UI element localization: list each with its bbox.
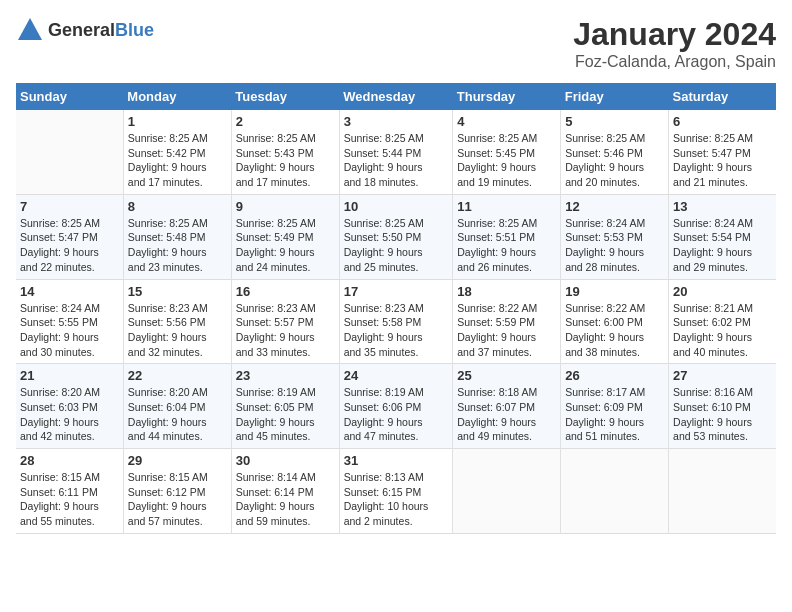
day-number: 11: [457, 199, 556, 214]
day-cell: 20Sunrise: 8:21 AMSunset: 6:02 PMDayligh…: [669, 279, 776, 364]
day-number: 22: [128, 368, 227, 383]
day-number: 30: [236, 453, 335, 468]
day-cell: 29Sunrise: 8:15 AMSunset: 6:12 PMDayligh…: [123, 449, 231, 534]
day-info: Sunrise: 8:24 AMSunset: 5:53 PMDaylight:…: [565, 216, 664, 275]
week-row-4: 21Sunrise: 8:20 AMSunset: 6:03 PMDayligh…: [16, 364, 776, 449]
day-info: Sunrise: 8:21 AMSunset: 6:02 PMDaylight:…: [673, 301, 772, 360]
day-info: Sunrise: 8:25 AMSunset: 5:49 PMDaylight:…: [236, 216, 335, 275]
day-info: Sunrise: 8:22 AMSunset: 6:00 PMDaylight:…: [565, 301, 664, 360]
day-info: Sunrise: 8:15 AMSunset: 6:11 PMDaylight:…: [20, 470, 119, 529]
day-cell: 26Sunrise: 8:17 AMSunset: 6:09 PMDayligh…: [561, 364, 669, 449]
day-cell: 8Sunrise: 8:25 AMSunset: 5:48 PMDaylight…: [123, 194, 231, 279]
day-cell: 5Sunrise: 8:25 AMSunset: 5:46 PMDaylight…: [561, 110, 669, 194]
day-info: Sunrise: 8:23 AMSunset: 5:57 PMDaylight:…: [236, 301, 335, 360]
day-info: Sunrise: 8:25 AMSunset: 5:42 PMDaylight:…: [128, 131, 227, 190]
day-number: 28: [20, 453, 119, 468]
day-cell: 2Sunrise: 8:25 AMSunset: 5:43 PMDaylight…: [231, 110, 339, 194]
day-number: 16: [236, 284, 335, 299]
day-info: Sunrise: 8:14 AMSunset: 6:14 PMDaylight:…: [236, 470, 335, 529]
day-cell: 22Sunrise: 8:20 AMSunset: 6:04 PMDayligh…: [123, 364, 231, 449]
day-number: 17: [344, 284, 449, 299]
day-cell: 3Sunrise: 8:25 AMSunset: 5:44 PMDaylight…: [339, 110, 453, 194]
day-info: Sunrise: 8:20 AMSunset: 6:03 PMDaylight:…: [20, 385, 119, 444]
day-info: Sunrise: 8:20 AMSunset: 6:04 PMDaylight:…: [128, 385, 227, 444]
day-number: 20: [673, 284, 772, 299]
day-info: Sunrise: 8:25 AMSunset: 5:50 PMDaylight:…: [344, 216, 449, 275]
day-info: Sunrise: 8:19 AMSunset: 6:06 PMDaylight:…: [344, 385, 449, 444]
day-info: Sunrise: 8:24 AMSunset: 5:55 PMDaylight:…: [20, 301, 119, 360]
title-section: January 2024 Foz-Calanda, Aragon, Spain: [573, 16, 776, 71]
day-number: 21: [20, 368, 119, 383]
main-title: January 2024: [573, 16, 776, 53]
day-info: Sunrise: 8:16 AMSunset: 6:10 PMDaylight:…: [673, 385, 772, 444]
day-info: Sunrise: 8:25 AMSunset: 5:51 PMDaylight:…: [457, 216, 556, 275]
header-row: SundayMondayTuesdayWednesdayThursdayFrid…: [16, 83, 776, 110]
day-cell: 25Sunrise: 8:18 AMSunset: 6:07 PMDayligh…: [453, 364, 561, 449]
calendar-table: SundayMondayTuesdayWednesdayThursdayFrid…: [16, 83, 776, 534]
col-header-thursday: Thursday: [453, 83, 561, 110]
day-cell: [453, 449, 561, 534]
logo-general: General: [48, 20, 115, 40]
day-info: Sunrise: 8:23 AMSunset: 5:56 PMDaylight:…: [128, 301, 227, 360]
day-number: 25: [457, 368, 556, 383]
day-cell: 6Sunrise: 8:25 AMSunset: 5:47 PMDaylight…: [669, 110, 776, 194]
day-info: Sunrise: 8:19 AMSunset: 6:05 PMDaylight:…: [236, 385, 335, 444]
day-cell: 15Sunrise: 8:23 AMSunset: 5:56 PMDayligh…: [123, 279, 231, 364]
day-cell: 21Sunrise: 8:20 AMSunset: 6:03 PMDayligh…: [16, 364, 123, 449]
day-info: Sunrise: 8:25 AMSunset: 5:45 PMDaylight:…: [457, 131, 556, 190]
day-number: 12: [565, 199, 664, 214]
col-header-sunday: Sunday: [16, 83, 123, 110]
day-cell: 31Sunrise: 8:13 AMSunset: 6:15 PMDayligh…: [339, 449, 453, 534]
day-info: Sunrise: 8:23 AMSunset: 5:58 PMDaylight:…: [344, 301, 449, 360]
day-info: Sunrise: 8:17 AMSunset: 6:09 PMDaylight:…: [565, 385, 664, 444]
day-info: Sunrise: 8:25 AMSunset: 5:47 PMDaylight:…: [673, 131, 772, 190]
day-cell: 11Sunrise: 8:25 AMSunset: 5:51 PMDayligh…: [453, 194, 561, 279]
day-number: 26: [565, 368, 664, 383]
day-number: 15: [128, 284, 227, 299]
day-number: 5: [565, 114, 664, 129]
day-cell: 12Sunrise: 8:24 AMSunset: 5:53 PMDayligh…: [561, 194, 669, 279]
day-cell: 1Sunrise: 8:25 AMSunset: 5:42 PMDaylight…: [123, 110, 231, 194]
day-info: Sunrise: 8:25 AMSunset: 5:48 PMDaylight:…: [128, 216, 227, 275]
day-number: 19: [565, 284, 664, 299]
day-number: 9: [236, 199, 335, 214]
day-number: 4: [457, 114, 556, 129]
day-number: 14: [20, 284, 119, 299]
day-cell: [16, 110, 123, 194]
day-cell: 27Sunrise: 8:16 AMSunset: 6:10 PMDayligh…: [669, 364, 776, 449]
svg-marker-0: [18, 18, 42, 40]
day-cell: 30Sunrise: 8:14 AMSunset: 6:14 PMDayligh…: [231, 449, 339, 534]
day-number: 24: [344, 368, 449, 383]
day-cell: 24Sunrise: 8:19 AMSunset: 6:06 PMDayligh…: [339, 364, 453, 449]
day-number: 18: [457, 284, 556, 299]
day-info: Sunrise: 8:25 AMSunset: 5:44 PMDaylight:…: [344, 131, 449, 190]
day-number: 13: [673, 199, 772, 214]
day-number: 27: [673, 368, 772, 383]
day-number: 23: [236, 368, 335, 383]
logo-text: GeneralBlue: [48, 20, 154, 41]
day-number: 29: [128, 453, 227, 468]
day-cell: 7Sunrise: 8:25 AMSunset: 5:47 PMDaylight…: [16, 194, 123, 279]
day-cell: 28Sunrise: 8:15 AMSunset: 6:11 PMDayligh…: [16, 449, 123, 534]
day-info: Sunrise: 8:25 AMSunset: 5:43 PMDaylight:…: [236, 131, 335, 190]
day-cell: 23Sunrise: 8:19 AMSunset: 6:05 PMDayligh…: [231, 364, 339, 449]
day-cell: [561, 449, 669, 534]
day-info: Sunrise: 8:15 AMSunset: 6:12 PMDaylight:…: [128, 470, 227, 529]
day-number: 6: [673, 114, 772, 129]
day-number: 3: [344, 114, 449, 129]
day-cell: 18Sunrise: 8:22 AMSunset: 5:59 PMDayligh…: [453, 279, 561, 364]
day-cell: 19Sunrise: 8:22 AMSunset: 6:00 PMDayligh…: [561, 279, 669, 364]
subtitle: Foz-Calanda, Aragon, Spain: [573, 53, 776, 71]
day-cell: 10Sunrise: 8:25 AMSunset: 5:50 PMDayligh…: [339, 194, 453, 279]
logo-icon: [16, 16, 44, 44]
day-cell: 16Sunrise: 8:23 AMSunset: 5:57 PMDayligh…: [231, 279, 339, 364]
col-header-friday: Friday: [561, 83, 669, 110]
col-header-wednesday: Wednesday: [339, 83, 453, 110]
day-cell: [669, 449, 776, 534]
col-header-saturday: Saturday: [669, 83, 776, 110]
day-info: Sunrise: 8:25 AMSunset: 5:47 PMDaylight:…: [20, 216, 119, 275]
day-cell: 13Sunrise: 8:24 AMSunset: 5:54 PMDayligh…: [669, 194, 776, 279]
day-info: Sunrise: 8:18 AMSunset: 6:07 PMDaylight:…: [457, 385, 556, 444]
logo-blue: Blue: [115, 20, 154, 40]
day-info: Sunrise: 8:13 AMSunset: 6:15 PMDaylight:…: [344, 470, 449, 529]
